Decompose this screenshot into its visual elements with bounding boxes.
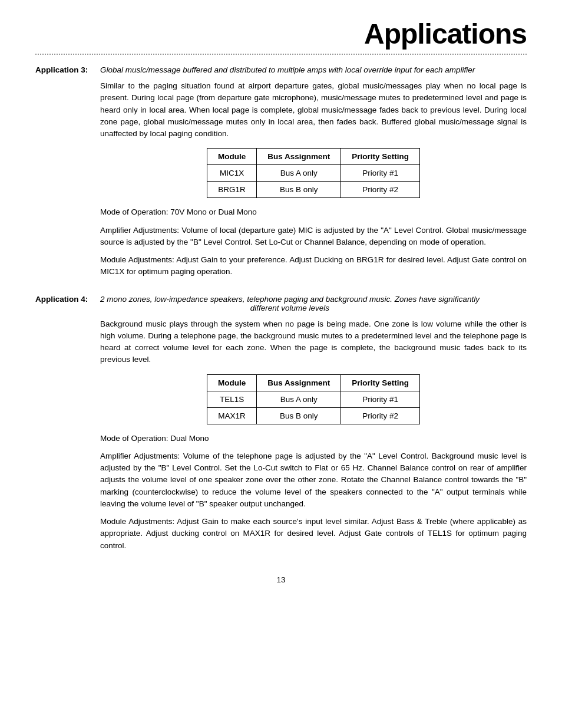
app4-module-label: Module Adjustments	[100, 517, 173, 526]
app4-col-bus: Bus Assignment	[257, 374, 341, 391]
app4-body: Background music plays through the syste…	[100, 318, 527, 552]
app4-table: Module Bus Assignment Priority Setting T…	[207, 374, 420, 424]
app4-row2-bus: Bus B only	[257, 407, 341, 424]
page-title: Applications	[364, 18, 527, 50]
page-header: Applications	[35, 18, 527, 55]
table-row: MIC1X Bus A only Priority #1	[207, 165, 419, 182]
app3-body: Similar to the paging situation found at…	[100, 80, 527, 278]
app4-body1: Background music plays through the syste…	[100, 318, 527, 366]
app3-subtitle: Global music/message buffered and distri…	[100, 65, 475, 74]
app4-subtitle-wrap: 2 mono zones, low-impedance speakers, te…	[100, 295, 480, 312]
app3-mode: Mode of Operation: 70V Mono or Dual Mono	[100, 206, 527, 218]
app4-mode: Mode of Operation: Dual Mono	[100, 433, 527, 444]
page-number: 13	[35, 575, 527, 584]
app4-row2-priority: Priority #2	[341, 407, 420, 424]
app4-subtitle-line1: 2 mono zones, low-impedance speakers, te…	[100, 295, 480, 304]
app4-table-header-row: Module Bus Assignment Priority Setting	[207, 374, 419, 391]
app3-body1: Similar to the paging situation found at…	[100, 80, 527, 140]
app4-amp: Amplifier Adjustments: Volume of the tel…	[100, 450, 527, 510]
app3-mode-text: : 70V Mono or Dual Mono	[166, 207, 257, 216]
app3-col-module: Module	[207, 149, 256, 165]
table-row: BRG1R Bus B only Priority #2	[207, 182, 419, 198]
app4-module: Module Adjustments: Adjust Gain to make …	[100, 516, 527, 552]
table-row: MAX1R Bus B only Priority #2	[207, 407, 419, 424]
app3-col-priority: Priority Setting	[341, 149, 420, 165]
application3-section: Application 3: Global music/message buff…	[35, 65, 527, 278]
app3-heading: Application 3: Global music/message buff…	[35, 65, 527, 74]
app4-subtitle-line2: different volume levels	[100, 304, 480, 312]
app3-row2-priority: Priority #2	[341, 182, 420, 198]
app3-row1-bus: Bus A only	[257, 165, 341, 182]
app3-col-bus: Bus Assignment	[257, 149, 341, 165]
app3-table: Module Bus Assignment Priority Setting M…	[207, 148, 420, 198]
app4-row1-priority: Priority #1	[341, 391, 420, 407]
app4-heading: Application 4: 2 mono zones, low-impedan…	[35, 295, 527, 312]
app4-row2-module: MAX1R	[207, 407, 256, 424]
app4-col-priority: Priority Setting	[341, 374, 420, 391]
app4-mode-text: : Dual Mono	[166, 434, 209, 443]
app4-mode-label: Mode of Operation	[100, 434, 166, 443]
app3-row2-bus: Bus B only	[257, 182, 341, 198]
app4-label: Application 4:	[35, 295, 100, 304]
app3-mode-label: Mode of Operation	[100, 207, 166, 216]
app3-row1-module: MIC1X	[207, 165, 256, 182]
app3-amp-label: Amplifier Adjustments	[100, 226, 177, 235]
table-row: TEL1S Bus A only Priority #1	[207, 391, 419, 407]
app3-row1-priority: Priority #1	[341, 165, 420, 182]
app3-module-label: Module Adjustments	[100, 255, 172, 264]
application4-section: Application 4: 2 mono zones, low-impedan…	[35, 295, 527, 552]
app4-amp-label: Amplifier Adjustments	[100, 452, 178, 460]
app3-row2-module: BRG1R	[207, 182, 256, 198]
app4-row1-bus: Bus A only	[257, 391, 341, 407]
app4-row1-module: TEL1S	[207, 391, 256, 407]
app3-label: Application 3:	[35, 65, 100, 74]
app3-amp: Amplifier Adjustments: Volume of local (…	[100, 225, 527, 249]
app3-table-header-row: Module Bus Assignment Priority Setting	[207, 149, 419, 165]
app3-module: Module Adjustments: Adjust Gain to your …	[100, 254, 527, 278]
app4-col-module: Module	[207, 374, 256, 391]
